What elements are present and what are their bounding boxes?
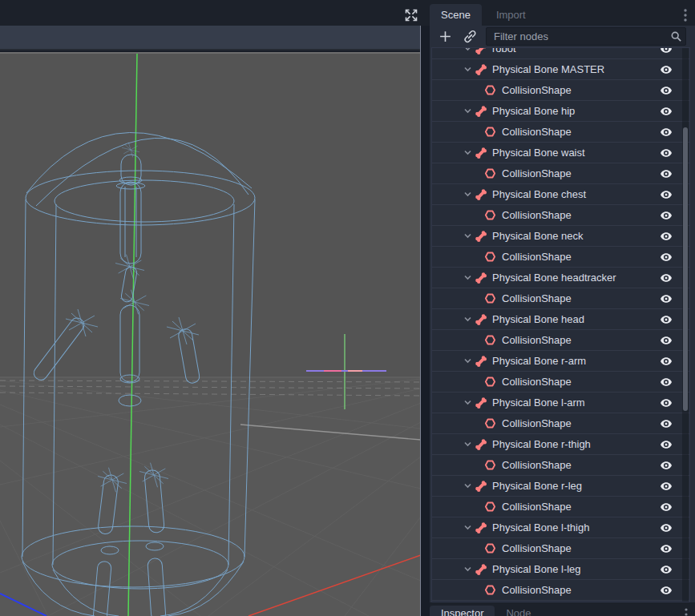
visibility-toggle-button[interactable] <box>660 292 673 305</box>
tree-row-physical-bone-l-leg[interactable]: Physical Bone l-leg <box>432 559 689 580</box>
visibility-toggle-button[interactable] <box>660 542 673 555</box>
collapse-chevron[interactable] <box>463 565 472 574</box>
visibility-eye-icon <box>660 417 673 430</box>
tree-row-robot[interactable]: robot <box>432 47 689 59</box>
tree-row-physical-bone-waist[interactable]: Physical Bone waist <box>432 143 689 163</box>
visibility-toggle-button[interactable] <box>660 334 673 347</box>
visibility-toggle-button[interactable] <box>660 84 673 97</box>
physical-bone-icon <box>475 188 487 201</box>
visibility-toggle-button[interactable] <box>660 126 673 139</box>
chevron-down-icon <box>463 481 472 490</box>
collapse-chevron[interactable] <box>463 148 472 157</box>
tree-row-collisionshape[interactable]: CollisionShape <box>432 163 689 184</box>
3d-viewport[interactable] <box>0 52 421 616</box>
visibility-toggle-button[interactable] <box>660 584 673 597</box>
tree-row-physical-bone-head[interactable]: Physical Bone head <box>432 309 689 330</box>
node-name-label: CollisionShape <box>502 209 572 221</box>
visibility-toggle-button[interactable] <box>660 147 673 159</box>
scrollbar-thumb[interactable] <box>683 127 688 411</box>
visibility-toggle-button[interactable] <box>660 47 673 55</box>
link-icon <box>463 30 477 43</box>
visibility-toggle-button[interactable] <box>660 230 673 243</box>
physical-bone-icon <box>475 480 487 493</box>
tree-row-physical-bone-r-thigh[interactable]: Physical Bone r-thigh <box>432 434 689 455</box>
tree-row-physical-bone-hip[interactable]: Physical Bone hip <box>432 101 689 122</box>
visibility-toggle-button[interactable] <box>660 459 673 472</box>
visibility-toggle-button[interactable] <box>660 313 673 326</box>
visibility-toggle-button[interactable] <box>660 480 673 493</box>
collapse-chevron[interactable] <box>463 315 472 324</box>
tree-row-physical-bone-l-arm[interactable]: Physical Bone l-arm <box>432 393 689 413</box>
chevron-down-icon <box>463 440 472 449</box>
tree-row-physical-bone-master[interactable]: Physical Bone MASTER <box>432 59 689 80</box>
collapse-chevron[interactable] <box>463 440 472 449</box>
tab-import-label: Import <box>496 9 526 21</box>
visibility-toggle-button[interactable] <box>660 272 673 284</box>
visibility-toggle-button[interactable] <box>660 501 673 513</box>
tree-row-collisionshape[interactable]: CollisionShape <box>432 288 689 309</box>
tree-row-collisionshape[interactable]: CollisionShape <box>432 330 689 351</box>
tree-row-collisionshape[interactable]: CollisionShape <box>432 580 689 601</box>
tree-row-physical-bone-headtracker[interactable]: Physical Bone headtracker <box>432 268 689 288</box>
collapse-chevron[interactable] <box>463 398 472 407</box>
tree-row-collisionshape[interactable]: CollisionShape <box>432 413 689 434</box>
physical-bone-icon <box>475 313 487 326</box>
tree-row-collisionshape[interactable]: CollisionShape <box>432 122 689 143</box>
collapse-chevron[interactable] <box>463 107 472 115</box>
visibility-toggle-button[interactable] <box>660 521 673 534</box>
expand-viewport-icon[interactable] <box>403 7 419 23</box>
collision-shape-icon <box>484 126 496 138</box>
collapse-chevron[interactable] <box>463 481 472 490</box>
tree-row-physical-bone-l-thigh[interactable]: Physical Bone l-thigh <box>432 517 689 538</box>
tree-row-physical-bone-r-leg[interactable]: Physical Bone r-leg <box>432 476 689 497</box>
tree-row-collisionshape[interactable]: CollisionShape <box>432 455 689 476</box>
instance-scene-button[interactable] <box>460 27 479 46</box>
collision-shape-icon <box>484 167 497 180</box>
dock-menu-kebab-icon[interactable] <box>680 7 691 23</box>
physical-bone-icon <box>475 105 487 118</box>
visibility-toggle-button[interactable] <box>660 167 673 180</box>
tab-inspector[interactable]: Inspector <box>430 606 495 616</box>
tab-import[interactable]: Import <box>485 4 537 26</box>
collapse-chevron[interactable] <box>463 273 472 282</box>
visibility-toggle-button[interactable] <box>660 376 673 389</box>
visibility-eye-icon <box>660 376 673 389</box>
add-node-button[interactable] <box>435 27 455 46</box>
tree-row-collisionshape[interactable]: CollisionShape <box>432 372 689 393</box>
collapse-chevron[interactable] <box>463 65 472 74</box>
3d-scene-canvas[interactable] <box>0 52 421 616</box>
tab-scene[interactable]: Scene <box>430 4 482 26</box>
inspector-menu-kebab-icon[interactable] <box>682 607 690 616</box>
collapse-chevron[interactable] <box>463 356 472 365</box>
visibility-toggle-button[interactable] <box>660 188 673 201</box>
visibility-toggle-button[interactable] <box>660 417 673 430</box>
node-name-label: CollisionShape <box>502 167 572 179</box>
tree-row-physical-bone-neck[interactable]: Physical Bone neck <box>432 226 689 247</box>
tree-row-collisionshape[interactable]: CollisionShape <box>432 247 689 268</box>
scene-tree-scrollbar[interactable] <box>682 48 689 602</box>
tree-row-collisionshape[interactable]: CollisionShape <box>432 538 689 559</box>
visibility-toggle-button[interactable] <box>660 397 673 409</box>
visibility-toggle-button[interactable] <box>660 563 673 576</box>
visibility-toggle-button[interactable] <box>660 209 673 222</box>
collapse-chevron[interactable] <box>463 190 472 199</box>
tree-row-collisionshape[interactable]: CollisionShape <box>432 205 689 226</box>
tree-row-collisionshape[interactable]: CollisionShape <box>432 497 689 517</box>
visibility-toggle-button[interactable] <box>660 355 673 368</box>
visibility-toggle-button[interactable] <box>660 251 673 264</box>
collapse-chevron[interactable] <box>463 523 472 532</box>
visibility-toggle-button[interactable] <box>660 63 673 76</box>
collision-shape-icon <box>484 501 496 513</box>
visibility-toggle-button[interactable] <box>660 438 673 451</box>
tree-row-collisionshape[interactable]: CollisionShape <box>432 80 689 101</box>
tree-row-physical-bone-r-arm[interactable]: Physical Bone r-arm <box>432 351 689 372</box>
visibility-toggle-button[interactable] <box>660 105 673 118</box>
collapse-chevron[interactable] <box>463 47 472 53</box>
tab-node[interactable]: Node <box>495 606 542 616</box>
filter-nodes-input[interactable] <box>486 27 686 46</box>
visibility-eye-icon <box>660 584 673 597</box>
chevron-down-icon <box>463 47 472 53</box>
physical-bone-icon <box>475 355 487 368</box>
tree-row-physical-bone-chest[interactable]: Physical Bone chest <box>432 184 689 205</box>
collapse-chevron[interactable] <box>463 232 472 240</box>
